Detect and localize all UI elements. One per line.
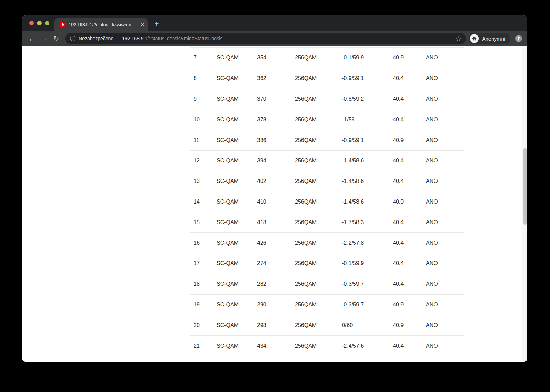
table-cell: SC-QAM: [213, 322, 254, 328]
vodafone-favicon-icon: [59, 22, 65, 28]
forward-icon: →: [39, 34, 49, 43]
table-cell: 256QAM: [292, 75, 339, 81]
table-cell: 256QAM: [292, 240, 339, 246]
browser-update-button[interactable]: [515, 35, 522, 42]
table-cell: 40.4: [389, 96, 422, 102]
table-cell: ANO: [422, 219, 464, 226]
table-cell: SC-QAM: [213, 260, 254, 266]
table-cell: 256QAM: [292, 281, 339, 287]
table-cell: 354: [254, 55, 292, 61]
table-cell: SC-QAM: [213, 157, 254, 164]
table-cell: 256QAM: [292, 178, 339, 184]
table-row: 19SC-QAM290256QAM-0.3/59.740.9ANO: [190, 295, 464, 315]
docsis-table: 7SC-QAM354256QAM-0.1/59.940.9ANO8SC-QAM3…: [190, 47, 464, 356]
table-cell: 256QAM: [292, 55, 339, 61]
table-cell: SC-QAM: [213, 343, 254, 349]
page-content: 7SC-QAM354256QAM-0.1/59.940.9ANO8SC-QAM3…: [22, 46, 527, 362]
table-cell: 256QAM: [292, 302, 339, 308]
table-cell: 370: [254, 96, 292, 102]
table-row: 18SC-QAM282256QAM-0.3/59.740.4ANO: [190, 274, 464, 295]
table-cell: SC-QAM: [213, 55, 254, 61]
table-cell: -1.7/58.3: [339, 219, 389, 226]
table-cell: 40.9: [389, 137, 422, 143]
browser-toolbar: ← → ↻ ⓘ Nezabezpečeno 192.168.9.1/?statu…: [22, 31, 527, 46]
table-cell: 40.4: [389, 240, 422, 246]
url-separator: [118, 35, 118, 42]
table-row: 9SC-QAM370256QAM-0.8/59.240.4ANO: [190, 89, 464, 110]
table-cell: 10: [190, 117, 213, 123]
scrollbar-track[interactable]: [522, 46, 527, 362]
table-cell: -0.8/59.2: [339, 96, 389, 102]
table-cell: 290: [254, 302, 292, 308]
table-cell: 282: [254, 281, 292, 287]
table-cell: 16: [190, 240, 213, 246]
table-cell: 12: [190, 157, 213, 164]
table-cell: ANO: [422, 302, 464, 308]
url-path: /?status_docsis&mid=StatusDocsis: [147, 36, 222, 41]
table-cell: ANO: [422, 75, 464, 81]
security-label: Nezabezpečeno: [79, 36, 113, 41]
table-cell: 13: [190, 178, 213, 184]
table-cell: -1.4/58.6: [339, 178, 389, 184]
scrollbar-thumb[interactable]: [523, 148, 527, 225]
browser-window: 192.168.9.1/?status_docsis&mi ✕ + ← → ↻ …: [22, 15, 527, 362]
url-host: 192.168.9.1: [122, 36, 147, 41]
table-cell: 9: [190, 96, 213, 102]
table-cell: 14: [190, 199, 213, 205]
table-row: 12SC-QAM394256QAM-1.4/58.640.4ANO: [190, 151, 464, 171]
url-text[interactable]: 192.168.9.1/?status_docsis&mid=StatusDoc…: [122, 36, 222, 41]
table-cell: -0.1/59.9: [339, 55, 389, 61]
table-cell: 40.4: [389, 219, 422, 226]
table-cell: ANO: [422, 322, 464, 328]
table-cell: 40.9: [389, 302, 422, 308]
back-icon[interactable]: ←: [27, 34, 36, 43]
table-cell: ANO: [422, 281, 464, 287]
table-cell: SC-QAM: [213, 75, 254, 81]
site-info-icon[interactable]: ⓘ: [70, 36, 76, 41]
table-cell: ANO: [422, 137, 464, 143]
table-cell: -1.4/58.6: [339, 199, 389, 205]
table-row: 21SC-QAM434256QAM-2.4/57.640.4ANO: [190, 336, 464, 356]
table-cell: SC-QAM: [213, 199, 254, 205]
tab-close-icon[interactable]: ✕: [140, 22, 144, 28]
table-cell: -2.4/57.6: [339, 343, 389, 349]
table-cell: 40.4: [389, 157, 422, 164]
minimize-window-button[interactable]: [37, 21, 42, 25]
close-window-button[interactable]: [29, 21, 34, 25]
table-cell: -0.3/59.7: [339, 281, 389, 287]
address-bar[interactable]: ⓘ Nezabezpečeno 192.168.9.1/?status_docs…: [65, 33, 466, 44]
table-cell: 40.4: [389, 75, 422, 81]
traffic-lights: [29, 21, 50, 25]
reload-icon[interactable]: ↻: [52, 34, 61, 43]
table-cell: 40.9: [389, 199, 422, 205]
browser-tab[interactable]: 192.168.9.1/?status_docsis&mi ✕: [54, 18, 148, 31]
table-cell: 17: [190, 260, 213, 266]
bookmark-star-icon[interactable]: ☆: [455, 35, 461, 42]
zoom-window-button[interactable]: [45, 21, 50, 25]
table-cell: 19: [190, 302, 213, 308]
table-cell: 0/60: [339, 322, 389, 328]
table-cell: 256QAM: [292, 96, 339, 102]
tab-title: 192.168.9.1/?status_docsis&mi: [69, 22, 138, 27]
table-cell: 7: [190, 55, 213, 61]
table-cell: 40.9: [389, 55, 422, 61]
table-cell: ANO: [422, 199, 464, 205]
table-cell: SC-QAM: [213, 302, 254, 308]
incognito-profile-badge[interactable]: Anonymní: [469, 33, 510, 44]
incognito-icon: [470, 34, 479, 43]
table-cell: ANO: [422, 240, 464, 246]
profile-label: Anonymní: [482, 36, 505, 42]
table-row: 14SC-QAM410256QAM-1.4/58.640.9ANO: [190, 192, 464, 213]
new-tab-button[interactable]: +: [152, 19, 162, 29]
table-cell: 402: [254, 178, 292, 184]
table-cell: 15: [190, 219, 213, 226]
table-cell: SC-QAM: [213, 137, 254, 143]
table-cell: SC-QAM: [213, 219, 254, 226]
table-cell: -1.4/58.6: [339, 157, 389, 164]
table-cell: 256QAM: [292, 260, 339, 266]
table-row: 8SC-QAM362256QAM-0.9/59.140.4ANO: [190, 68, 464, 89]
tab-strip: 192.168.9.1/?status_docsis&mi ✕ +: [22, 15, 527, 31]
table-cell: -0.9/59.1: [339, 137, 389, 143]
table-cell: -0.9/59.1: [339, 75, 389, 81]
table-cell: 8: [190, 75, 213, 81]
